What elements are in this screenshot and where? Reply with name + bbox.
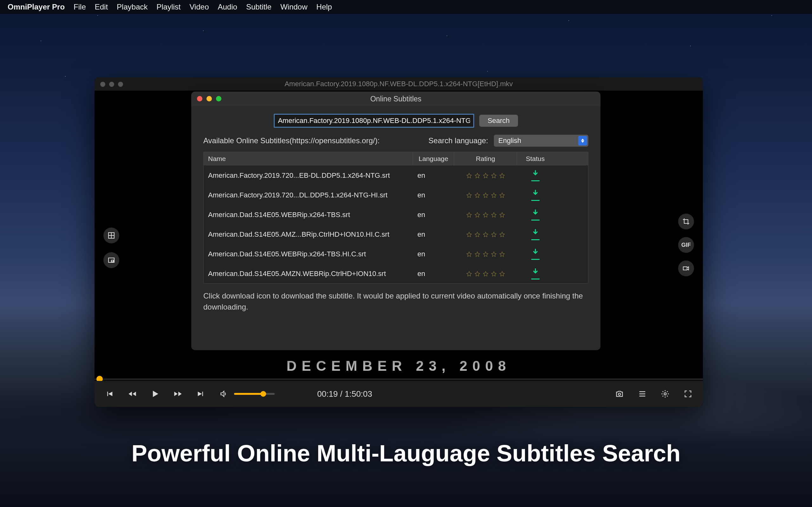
cell-language: en [413,191,454,199]
menubar-app-name: OmniPlayer Pro [8,3,65,11]
player-traffic-lights[interactable] [100,82,123,87]
cell-status [517,268,554,279]
meta-row: Available Online Subtitles(https://opens… [191,133,600,152]
menubar: OmniPlayer Pro File Edit Playback Playli… [0,0,812,14]
cell-rating [454,232,517,237]
promo-caption: Powerful Online Multi-Lauguage Subtitles… [0,440,812,467]
menubar-item-audio[interactable]: Audio [217,3,237,11]
table-row[interactable]: American.Factory.2019.720...EB-DL.DDP5.1… [204,165,588,185]
cell-language: en [413,230,454,239]
cell-status [517,209,554,221]
svg-point-1 [664,393,666,395]
cell-rating [454,192,517,198]
volume-thumb[interactable] [260,391,266,397]
dialog-traffic-lights[interactable] [197,96,221,101]
col-header-status[interactable]: Status [517,152,554,165]
traffic-minimize-icon[interactable] [109,82,114,87]
star-icon [466,192,505,198]
download-button[interactable] [531,189,540,201]
cell-status [517,248,554,260]
star-icon [466,173,505,178]
traffic-zoom-icon[interactable] [118,82,123,87]
play-button[interactable] [149,388,161,400]
star-icon [466,271,505,277]
time-total: 1:50:03 [345,389,372,399]
download-button[interactable] [531,268,540,279]
cell-rating [454,251,517,257]
cell-language: en [413,270,454,278]
table-row[interactable]: American.Dad.S14E05.AMZ...BRip.CtrlHD+IO… [204,224,588,244]
time-current: 00:19 [317,389,338,399]
table-row[interactable]: American.Factory.2019.720...DL.DDP5.1.x2… [204,185,588,205]
dialog-minimize-icon[interactable] [206,96,212,101]
player-controls: 00:19 / 1:50:03 [95,381,703,407]
menubar-item-playback[interactable]: Playback [117,3,148,11]
table-row[interactable]: American.Dad.S14E05.AMZN.WEBRip.CtrlHD+I… [204,264,588,283]
dialog-zoom-icon[interactable] [216,96,221,101]
record-button[interactable] [678,261,694,276]
player-title: American.Factory.2019.1080p.NF.WEB-DL.DD… [285,80,513,88]
col-header-rating[interactable]: Rating [454,152,517,165]
playlist-button[interactable] [636,388,648,400]
download-button[interactable] [531,170,540,181]
cell-name: American.Dad.S14E05.WEBRip.x264-TBS.HI.C… [204,250,413,258]
volume-slider[interactable] [234,393,275,395]
hint-text: Click download icon to download the subt… [191,284,600,320]
star-icon [466,232,505,237]
settings-button[interactable] [659,388,671,400]
dialog-titlebar: Online Subtitles [191,92,600,106]
dialog-title: Online Subtitles [370,95,421,103]
prev-track-button[interactable] [103,388,115,400]
cell-status [517,170,554,181]
dialog-close-icon[interactable] [197,96,202,101]
gif-label: GIF [681,242,691,248]
forward-button[interactable] [172,388,184,400]
select-chevron-icon [578,136,587,146]
cell-language: en [413,211,454,219]
player-titlebar: American.Factory.2019.1080p.NF.WEB-DL.DD… [95,77,703,91]
col-header-language[interactable]: Language [413,152,454,165]
menubar-item-help[interactable]: Help [316,3,332,11]
table-row[interactable]: American.Dad.S14E05.WEBRip.x264-TBS.HI.C… [204,244,588,264]
menubar-item-file[interactable]: File [73,3,86,11]
search-input[interactable] [274,114,474,128]
cell-name: American.Dad.S14E05.WEBRip.x264-TBS.srt [204,211,413,219]
fullscreen-button[interactable] [682,388,694,400]
cell-language: en [413,250,454,258]
menubar-item-video[interactable]: Video [190,3,209,11]
cell-name: American.Dad.S14E05.AMZ...BRip.CtrlHD+IO… [204,230,413,239]
progress-bar[interactable] [95,378,703,380]
cell-status [517,228,554,240]
star-icon [466,251,505,257]
cell-name: American.Factory.2019.720...DL.DDP5.1.x2… [204,191,413,199]
menubar-item-playlist[interactable]: Playlist [157,3,181,11]
cell-status [517,189,554,201]
next-track-button[interactable] [195,388,207,400]
gif-button[interactable]: GIF [678,237,694,253]
crop-button[interactable] [678,214,694,229]
col-header-name[interactable]: Name [204,152,413,165]
cell-name: American.Factory.2019.720...EB-DL.DDP5.1… [204,171,413,180]
svg-point-0 [618,393,621,395]
menubar-item-window[interactable]: Window [281,3,307,11]
rewind-button[interactable] [126,388,138,400]
volume-control[interactable] [217,388,275,400]
screenshot-button[interactable] [613,388,625,400]
cell-rating [454,212,517,218]
table-row[interactable]: American.Dad.S14E05.WEBRip.x264-TBS.srte… [204,205,588,224]
download-button[interactable] [531,228,540,240]
menubar-item-subtitle[interactable]: Subtitle [246,3,271,11]
download-button[interactable] [531,209,540,221]
language-select[interactable]: English [494,135,589,147]
language-selected: English [498,136,521,145]
cell-rating [454,271,517,277]
download-button[interactable] [531,248,540,260]
search-button[interactable]: Search [479,115,518,127]
search-language-label: Search language: [428,136,488,145]
layout-grid-button[interactable] [103,228,119,243]
menubar-item-edit[interactable]: Edit [95,3,108,11]
traffic-close-icon[interactable] [100,82,105,87]
pip-button[interactable] [103,252,119,268]
volume-fill [234,393,263,395]
volume-icon[interactable] [217,388,230,400]
